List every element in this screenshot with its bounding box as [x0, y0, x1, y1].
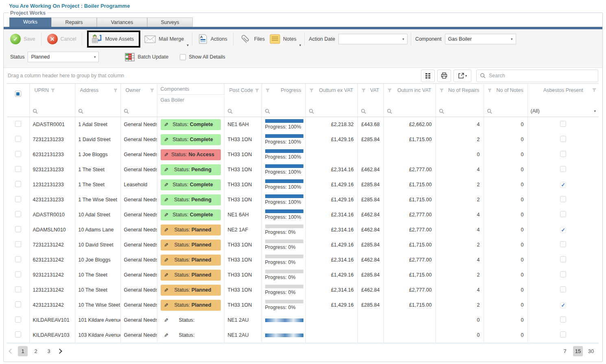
- component-select[interactable]: Gas Boiler ▾: [445, 34, 516, 44]
- asbestos-checkbox[interactable]: [560, 166, 566, 172]
- notes-dropdown-caret[interactable]: ▾: [299, 43, 301, 47]
- asbestos-checkbox[interactable]: ✓: [560, 302, 566, 308]
- cancel-button[interactable]: ✕ Cancel: [45, 34, 79, 44]
- asbestos-checkbox[interactable]: [560, 316, 566, 323]
- row-checkbox[interactable]: [15, 301, 21, 307]
- search-input[interactable]: [488, 72, 595, 79]
- tab-works[interactable]: Works: [9, 17, 51, 27]
- page-size-30[interactable]: 30: [586, 346, 596, 356]
- status-chip[interactable]: ✎Status:: [161, 330, 221, 341]
- filter-postcode[interactable]: [224, 106, 262, 117]
- show-all-details-checkbox[interactable]: [180, 54, 186, 60]
- status-chip[interactable]: ✎Status: Planned: [161, 285, 221, 296]
- filter-notes[interactable]: [484, 106, 528, 117]
- row-checkbox[interactable]: [15, 211, 21, 217]
- next-page-button[interactable]: [58, 348, 61, 354]
- mail-merge-button[interactable]: Mail Merge: [142, 35, 186, 43]
- status-chip[interactable]: ✎Status: No Access: [161, 149, 221, 160]
- col-no-of-repairs[interactable]: No of Repairs: [436, 84, 484, 106]
- row-checkbox[interactable]: [15, 331, 21, 338]
- filter-icon[interactable]: [150, 88, 155, 93]
- row-checkbox[interactable]: [15, 196, 21, 202]
- status-chip[interactable]: ✎Status: Planned: [161, 225, 221, 235]
- print-button[interactable]: [437, 70, 451, 82]
- row-checkbox[interactable]: [15, 151, 21, 157]
- filter-outturn-ex[interactable]: [305, 106, 357, 117]
- page-button-1[interactable]: 1: [18, 346, 28, 356]
- row-checkbox[interactable]: [15, 121, 21, 127]
- page-button-2[interactable]: 2: [31, 346, 41, 356]
- status-chip[interactable]: ✎Status: Complete: [161, 119, 221, 130]
- filter-uprn[interactable]: [29, 106, 75, 117]
- notes-button[interactable]: Notes: [267, 34, 299, 44]
- asbestos-checkbox[interactable]: ✓: [560, 182, 566, 188]
- asbestos-checkbox[interactable]: [560, 241, 566, 247]
- export-button[interactable]: ▾: [453, 70, 471, 82]
- col-asbestos-present[interactable]: Asbestos Present: [528, 84, 599, 106]
- select-all-checkbox[interactable]: [15, 91, 21, 97]
- save-button[interactable]: ✓ Save: [8, 34, 38, 44]
- status-chip[interactable]: ✎Status: Planned: [161, 255, 221, 266]
- components-sub-header[interactable]: Gas Boiler: [157, 95, 224, 106]
- asbestos-checkbox[interactable]: ✓: [560, 227, 566, 233]
- asbestos-checkbox[interactable]: [560, 151, 566, 157]
- asbestos-checkbox[interactable]: [560, 286, 566, 292]
- col-progress[interactable]: Progress: [262, 84, 305, 106]
- col-address[interactable]: Address: [75, 84, 120, 106]
- status-chip[interactable]: ✎Status: Planned: [161, 270, 221, 281]
- asbestos-checkbox[interactable]: [560, 211, 566, 217]
- col-postcode[interactable]: Post Code: [224, 84, 262, 106]
- status-chip[interactable]: ✎Status: Complete: [161, 134, 221, 145]
- page-size-15[interactable]: 15: [573, 346, 583, 356]
- actions-button[interactable]: A Actions: [196, 34, 230, 44]
- filter-icon[interactable]: [265, 88, 270, 93]
- page-size-7[interactable]: 7: [560, 346, 570, 356]
- tab-repairs[interactable]: Repairs: [51, 17, 97, 27]
- asbestos-checkbox[interactable]: [560, 271, 566, 277]
- filter-asbestos[interactable]: (All)▾: [528, 106, 599, 117]
- files-button[interactable]: Files: [237, 34, 267, 44]
- action-date-select[interactable]: ▾: [338, 34, 408, 44]
- status-chip[interactable]: ✎Status: Pending: [161, 164, 221, 175]
- row-checkbox[interactable]: [15, 271, 21, 277]
- row-checkbox[interactable]: [15, 256, 21, 262]
- status-select[interactable]: Planned ▾: [28, 52, 99, 62]
- filter-icon[interactable]: [592, 88, 597, 92]
- prev-page-button[interactable]: [9, 348, 13, 354]
- page-button-3[interactable]: 3: [44, 346, 54, 356]
- status-chip[interactable]: ✎Status:: [161, 315, 221, 326]
- move-assets-button[interactable]: Move Assets: [92, 34, 134, 44]
- batch-update-button[interactable]: Batch Update: [122, 53, 171, 61]
- col-no-of-notes[interactable]: No of Notes: [484, 84, 528, 106]
- col-outturn-ex-vat[interactable]: Outturn ex VAT: [305, 84, 357, 106]
- tab-variances[interactable]: Variances: [97, 17, 147, 27]
- row-checkbox[interactable]: [15, 316, 21, 323]
- filter-icon[interactable]: [387, 88, 392, 93]
- col-outturn-inc-vat[interactable]: Outurn inc VAT: [384, 84, 436, 106]
- filter-icon[interactable]: [255, 88, 259, 93]
- row-checkbox[interactable]: [15, 286, 21, 292]
- filter-repairs[interactable]: [436, 106, 484, 117]
- filter-progress[interactable]: [262, 106, 305, 117]
- col-components[interactable]: Components Gas Boiler: [157, 84, 224, 106]
- column-chooser-button[interactable]: [421, 70, 435, 82]
- filter-icon[interactable]: [113, 88, 118, 93]
- col-owner[interactable]: Owner: [120, 84, 157, 106]
- row-checkbox[interactable]: [15, 226, 21, 232]
- filter-icon[interactable]: [50, 88, 55, 93]
- status-chip[interactable]: ✎Status: Planned: [161, 240, 221, 251]
- filter-icon[interactable]: [309, 88, 314, 93]
- asbestos-checkbox[interactable]: [560, 196, 566, 202]
- row-checkbox[interactable]: [15, 181, 21, 187]
- col-uprn[interactable]: UPRN: [29, 84, 75, 106]
- row-checkbox[interactable]: [15, 166, 21, 172]
- row-checkbox[interactable]: [15, 136, 21, 142]
- status-chip[interactable]: ✎Status: Complete: [161, 209, 221, 220]
- status-chip[interactable]: ✎Status: Planned: [161, 300, 221, 311]
- asbestos-checkbox[interactable]: [560, 256, 566, 262]
- asbestos-checkbox[interactable]: [560, 121, 566, 127]
- filter-owner[interactable]: [120, 106, 157, 117]
- filter-icon[interactable]: [439, 88, 444, 93]
- col-vat[interactable]: VAT: [357, 84, 384, 106]
- tab-surveys[interactable]: Surveys: [147, 17, 193, 27]
